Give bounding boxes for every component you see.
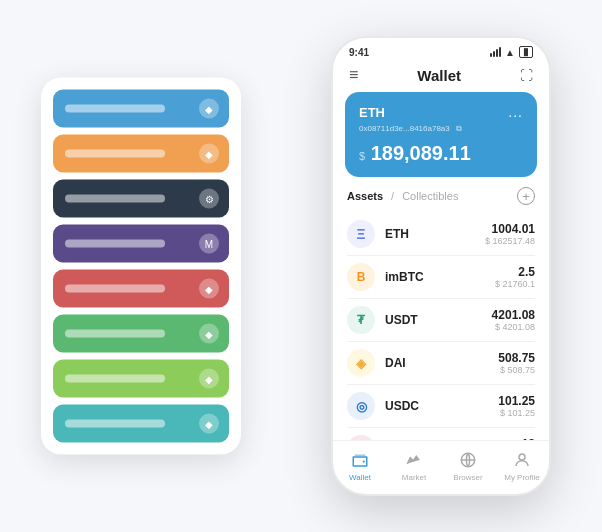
tab-assets[interactable]: Assets — [347, 190, 383, 202]
asset-item-dai[interactable]: ◈ DAI 508.75 $ 508.75 — [347, 342, 535, 385]
eth-card-header: ETH ... — [359, 104, 523, 120]
status-bar: 9:41 ▲ ▮ — [333, 38, 549, 62]
copy-icon[interactable]: ⧉ — [456, 124, 462, 133]
signal-icon — [490, 47, 501, 57]
bottom-nav-wallet[interactable]: Wallet — [333, 449, 387, 482]
bottom-nav-browser[interactable]: Browser — [441, 449, 495, 482]
asset-usd-imbtc: $ 21760.1 — [495, 279, 535, 289]
asset-name-eth: ETH — [385, 227, 485, 241]
card-icon-5: ◆ — [199, 279, 219, 299]
card-icon-4: M — [199, 234, 219, 254]
asset-values-usdc: 101.25 $ 101.25 — [498, 394, 535, 418]
asset-values-eth: 1004.01 $ 162517.48 — [485, 222, 535, 246]
assets-tabs: Assets / Collectibles — [347, 190, 458, 202]
asset-usd-dai: $ 508.75 — [498, 365, 535, 375]
card-label-7 — [65, 375, 165, 383]
svg-point-0 — [363, 460, 365, 462]
assets-header: Assets / Collectibles + — [333, 187, 549, 213]
asset-item-tft[interactable]: 🐦 TFT 13 0 — [347, 428, 535, 440]
card-label-6 — [65, 330, 165, 338]
asset-item-imbtc[interactable]: B imBTC 2.5 $ 21760.1 — [347, 256, 535, 299]
asset-values-usdt: 4201.08 $ 4201.08 — [492, 308, 535, 332]
card-label-3 — [65, 195, 165, 203]
card-stack: ◆ ◆ ⚙ M ◆ ◆ ◆ ◆ — [41, 78, 241, 455]
card-icon-1: ◆ — [199, 99, 219, 119]
stack-card-6[interactable]: ◆ — [53, 315, 229, 353]
card-label-4 — [65, 240, 165, 248]
asset-usd-usdt: $ 4201.08 — [492, 322, 535, 332]
bottom-nav-profile[interactable]: My Profile — [495, 449, 549, 482]
page-title: Wallet — [417, 67, 461, 84]
market-nav-icon — [403, 449, 425, 471]
asset-amount-dai: 508.75 — [498, 351, 535, 365]
asset-amount-usdc: 101.25 — [498, 394, 535, 408]
asset-values-dai: 508.75 $ 508.75 — [498, 351, 535, 375]
phone-nav-bar: ≡ Wallet ⛶ — [333, 62, 549, 92]
stack-card-7[interactable]: ◆ — [53, 360, 229, 398]
asset-item-eth[interactable]: Ξ ETH 1004.01 $ 162517.48 — [347, 213, 535, 256]
bottom-nav-market[interactable]: Market — [387, 449, 441, 482]
svg-point-2 — [519, 454, 525, 460]
stack-card-1[interactable]: ◆ — [53, 90, 229, 128]
bottom-nav-market-label: Market — [402, 473, 426, 482]
eth-card-menu-icon[interactable]: ... — [508, 104, 523, 120]
bottom-nav-profile-label: My Profile — [504, 473, 540, 482]
bottom-nav: Wallet Market Browser — [333, 440, 549, 494]
asset-icon-dai: ◈ — [347, 349, 375, 377]
asset-list: Ξ ETH 1004.01 $ 162517.48 B imBTC 2.5 $ … — [333, 213, 549, 440]
tab-collectibles[interactable]: Collectibles — [402, 190, 458, 202]
asset-name-usdt: USDT — [385, 313, 492, 327]
tab-divider: / — [391, 190, 394, 202]
card-icon-2: ◆ — [199, 144, 219, 164]
status-time: 9:41 — [349, 47, 369, 58]
bottom-nav-wallet-label: Wallet — [349, 473, 371, 482]
stack-card-3[interactable]: ⚙ — [53, 180, 229, 218]
eth-card-address: 0x08711d3e...8416a78a3 ⧉ — [359, 124, 523, 134]
card-label-5 — [65, 285, 165, 293]
card-icon-7: ◆ — [199, 369, 219, 389]
asset-name-dai: DAI — [385, 356, 498, 370]
asset-amount-imbtc: 2.5 — [495, 265, 535, 279]
asset-icon-eth: Ξ — [347, 220, 375, 248]
asset-item-usdc[interactable]: ◎ USDC 101.25 $ 101.25 — [347, 385, 535, 428]
stack-card-2[interactable]: ◆ — [53, 135, 229, 173]
card-label-2 — [65, 150, 165, 158]
wifi-icon: ▲ — [505, 47, 515, 58]
asset-amount-usdt: 4201.08 — [492, 308, 535, 322]
stack-card-8[interactable]: ◆ — [53, 405, 229, 443]
browser-nav-icon — [457, 449, 479, 471]
card-label-1 — [65, 105, 165, 113]
asset-usd-usdc: $ 101.25 — [498, 408, 535, 418]
asset-usd-eth: $ 162517.48 — [485, 236, 535, 246]
asset-values-imbtc: 2.5 $ 21760.1 — [495, 265, 535, 289]
asset-name-imbtc: imBTC — [385, 270, 495, 284]
phone: 9:41 ▲ ▮ ≡ Wallet ⛶ ETH ... — [331, 36, 551, 496]
add-asset-button[interactable]: + — [517, 187, 535, 205]
profile-nav-icon — [511, 449, 533, 471]
eth-card-name: ETH — [359, 105, 385, 120]
asset-icon-usdc: ◎ — [347, 392, 375, 420]
expand-icon[interactable]: ⛶ — [520, 68, 533, 83]
wallet-nav-icon — [349, 449, 371, 471]
card-icon-8: ◆ — [199, 414, 219, 434]
asset-name-usdc: USDC — [385, 399, 498, 413]
stack-card-4[interactable]: M — [53, 225, 229, 263]
menu-icon[interactable]: ≡ — [349, 66, 358, 84]
asset-amount-eth: 1004.01 — [485, 222, 535, 236]
card-icon-3: ⚙ — [199, 189, 219, 209]
battery-icon: ▮ — [519, 46, 533, 58]
card-icon-6: ◆ — [199, 324, 219, 344]
asset-icon-imbtc: B — [347, 263, 375, 291]
status-icons: ▲ ▮ — [490, 46, 533, 58]
card-label-8 — [65, 420, 165, 428]
bottom-nav-browser-label: Browser — [453, 473, 482, 482]
stack-card-5[interactable]: ◆ — [53, 270, 229, 308]
eth-card-balance: $ 189,089.11 — [359, 142, 523, 165]
eth-balance-card[interactable]: ETH ... 0x08711d3e...8416a78a3 ⧉ $ 189,0… — [345, 92, 537, 177]
asset-item-usdt[interactable]: ₮ USDT 4201.08 $ 4201.08 — [347, 299, 535, 342]
asset-icon-usdt: ₮ — [347, 306, 375, 334]
scene: ◆ ◆ ⚙ M ◆ ◆ ◆ ◆ — [21, 16, 581, 516]
